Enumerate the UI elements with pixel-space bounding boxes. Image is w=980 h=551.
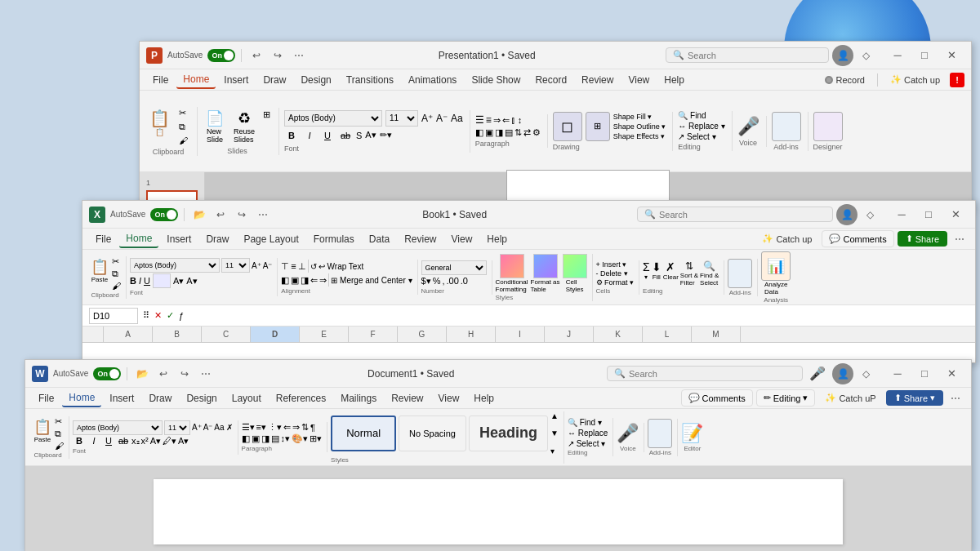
ppt-bold-btn[interactable]: B [284, 128, 299, 143]
wd-style-nospacing[interactable]: No Spacing [399, 415, 466, 451]
ppt-nav-design[interactable]: Design [294, 71, 337, 89]
ppt-underline-btn[interactable]: U [320, 128, 335, 143]
xl-col-f[interactable]: F [349, 327, 398, 342]
xl-nav-help[interactable]: Help [480, 230, 514, 248]
xl-italic-btn[interactable]: I [139, 276, 141, 286]
xl-search-bar[interactable]: 🔍 [637, 207, 833, 222]
xl-more-btn[interactable]: ⋯ [951, 230, 969, 248]
wd-ajustify-btn[interactable]: ▤ [271, 433, 279, 444]
ppt-nav-help[interactable]: Help [657, 71, 691, 89]
xl-copy-btn[interactable]: ⧉ [112, 269, 121, 279]
xl-dec-dec-btn[interactable]: .00 [446, 276, 458, 286]
ppt-fontcolor-btn[interactable]: A▾ [365, 130, 376, 140]
wd-mic-btn[interactable]: 🎤 [809, 366, 826, 381]
xl-clear-btn[interactable]: ✗ Clear [663, 260, 679, 287]
xl-inc-dec-btn[interactable]: .0 [461, 276, 468, 286]
ppt-reuse-btn[interactable]: ♻ ReuseSlides [230, 108, 258, 145]
xl-nav-home[interactable]: Home [119, 230, 158, 248]
wd-outdent-btn[interactable]: ⇐ [283, 422, 291, 433]
wd-fontsize-select[interactable]: 11 [164, 420, 190, 435]
ppt-copy-btn[interactable]: ⧉ [176, 121, 190, 133]
xl-col-a[interactable]: A [104, 327, 153, 342]
xl-percent-btn[interactable]: % [433, 276, 441, 286]
ppt-redo-btn[interactable]: ↪ [269, 47, 287, 64]
xl-nav-formulas[interactable]: Formulas [307, 230, 361, 248]
xl-nav-pagelayout[interactable]: Page Layout [237, 230, 305, 248]
ppt-qat-btn[interactable]: ⋯ [290, 47, 308, 64]
xl-cell-styles-btn[interactable]: CellStyles [563, 254, 587, 293]
wd-aright-btn[interactable]: ◨ [261, 433, 270, 444]
ppt-dictate-btn[interactable]: 🎤 [737, 116, 760, 137]
ppt-select-btn[interactable]: ↗ Select ▾ [678, 132, 724, 141]
wd-acenter-btn[interactable]: ▣ [252, 433, 260, 444]
wd-autosave-toggle[interactable]: On [93, 367, 121, 380]
wd-indent-btn[interactable]: ⇒ [292, 422, 300, 433]
ppt-nav-draw[interactable]: Draw [256, 71, 292, 89]
ppt-autosave-toggle[interactable]: On [207, 49, 235, 62]
wd-strike-btn[interactable]: ab [117, 436, 130, 446]
wd-styles-up-btn[interactable]: ▲ [550, 411, 559, 420]
wd-select-btn[interactable]: ↗ Select ▾ [568, 439, 608, 448]
ppt-outdent-btn[interactable]: ⇐ [502, 115, 510, 126]
ppt-notification-btn[interactable]: ! [950, 73, 964, 87]
xl-incindent-btn[interactable]: ⇒ [319, 275, 327, 286]
wd-change-case-btn[interactable]: Aa [214, 423, 224, 432]
xl-comments-btn[interactable]: 💬 Comments [822, 230, 893, 247]
xl-maximize-btn[interactable]: □ [915, 204, 942, 225]
xl-autosave-toggle[interactable]: On [150, 208, 178, 221]
ppt-highlight-btn[interactable]: ✏▾ [380, 130, 392, 140]
wd-italic-btn[interactable]: I [87, 436, 100, 446]
wd-sub-btn[interactable]: x₂ [131, 436, 140, 447]
wd-highlight-btn[interactable]: 🖊▾ [163, 436, 176, 447]
xl-minimize-btn[interactable]: ─ [889, 204, 915, 225]
ppt-fontsize-select[interactable]: 11 [385, 110, 418, 127]
xl-col-d[interactable]: D [251, 327, 300, 342]
xl-col-c[interactable]: C [202, 327, 251, 342]
ppt-shrink-icon[interactable]: A⁻ [436, 113, 448, 124]
wd-sort-btn[interactable]: ⇅ [301, 422, 309, 433]
xl-decindent-btn[interactable]: ⇐ [310, 275, 318, 286]
xl-undo-btn[interactable]: ↩ [212, 206, 229, 224]
ppt-align-right-btn[interactable]: ◨ [495, 127, 503, 138]
xl-col-g[interactable]: G [398, 327, 447, 342]
ppt-find-btn[interactable]: 🔍 Find [678, 111, 724, 120]
wd-cut-btn[interactable]: ✂ [55, 416, 64, 427]
wd-shrink-icon[interactable]: A⁻ [203, 423, 213, 432]
wd-bullets-btn[interactable]: ☰▾ [242, 422, 255, 433]
wd-nav-help[interactable]: Help [467, 389, 501, 407]
wd-editing-btn[interactable]: ✏ Editing ▾ [756, 389, 816, 407]
xl-currency-btn[interactable]: $▾ [421, 276, 431, 287]
wd-shading-btn[interactable]: 🎨▾ [292, 433, 308, 444]
ppt-bullets-btn[interactable]: ☰ [475, 114, 484, 126]
wd-dictate-btn[interactable]: 🎤 [617, 423, 639, 444]
xl-acenter-btn[interactable]: ▣ [291, 275, 299, 286]
xl-nav-data[interactable]: Data [363, 230, 396, 248]
wd-catchup-btn[interactable]: ✨ Catch uP [818, 391, 882, 405]
xl-sum-btn[interactable]: Σ ▾ [643, 260, 650, 287]
xl-formula-input[interactable] [189, 308, 969, 324]
xl-col-e[interactable]: E [300, 327, 349, 342]
wd-history-btn[interactable]: 📂 [133, 365, 151, 383]
wd-editor-btn[interactable]: 📝 [681, 423, 703, 444]
wd-multi-btn[interactable]: ⋮▾ [268, 422, 282, 433]
wd-nav-insert[interactable]: Insert [103, 389, 140, 407]
xl-share-btn[interactable]: ⬆ Share [898, 231, 947, 247]
ppt-minimize-btn[interactable]: ─ [884, 45, 911, 66]
xl-history-btn[interactable]: 📂 [190, 206, 208, 224]
xl-format-btn2[interactable]: ⚙ Format ▾ [596, 278, 635, 287]
xl-insert-btn[interactable]: + Insert ▾ [596, 260, 635, 269]
xl-aright-btn[interactable]: ◨ [301, 275, 309, 286]
ppt-catchup-btn[interactable]: ✨ Catch up [884, 73, 947, 87]
xl-avatar[interactable]: 👤 [836, 204, 858, 225]
xl-col-i[interactable]: I [496, 327, 545, 342]
xl-shrink-icon[interactable]: A⁻ [263, 261, 273, 270]
ppt-smartart-btn[interactable]: ⚙ [532, 127, 541, 138]
xl-merge-btn[interactable]: ⊞ Merge and Center ▾ [331, 276, 412, 285]
wd-avatar[interactable]: 👤 [832, 363, 853, 384]
ppt-nav-insert[interactable]: Insert [217, 71, 255, 89]
wd-nav-review[interactable]: Review [385, 389, 430, 407]
xl-nav-draw[interactable]: Draw [199, 230, 235, 248]
xl-delete-btn[interactable]: - Delete ▾ [596, 269, 635, 278]
wd-textcolor-btn[interactable]: A▾ [178, 436, 189, 447]
ppt-search-input[interactable] [688, 51, 818, 60]
